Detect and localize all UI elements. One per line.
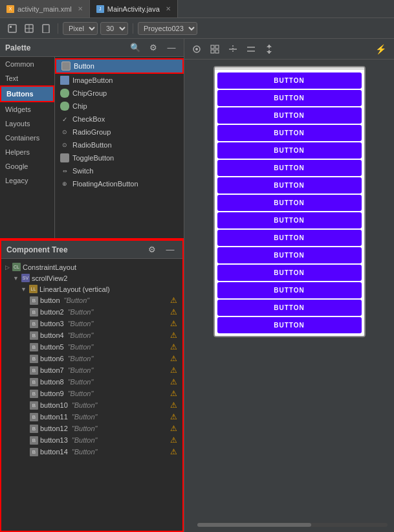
- tree-item-btn3[interactable]: B button3 "Button" ⚠: [1, 318, 182, 329]
- palette-item-fab[interactable]: ⊕ FloatingActionButton: [55, 177, 184, 190]
- tree-item-btn2[interactable]: B button2 "Button" ⚠: [1, 306, 182, 318]
- java-icon: J: [96, 5, 104, 13]
- tree-item-btn13[interactable]: B button13 "Button" ⚠: [1, 434, 182, 446]
- design-mode-btn[interactable]: [5, 21, 19, 36]
- palette-cat-widgets[interactable]: Widgets: [0, 102, 54, 116]
- ui-btn-3[interactable]: BUTTON: [217, 107, 362, 124]
- ui-btn-7[interactable]: BUTTON: [217, 177, 362, 194]
- expand-icon-constraint: ▷: [5, 264, 10, 271]
- tab-xml[interactable]: X activity_main.xml ✕: [0, 0, 90, 17]
- ui-btn-4[interactable]: BUTTON: [217, 125, 362, 141]
- tree-item-constraintlayout[interactable]: ▷ CL ConstraintLayout: [1, 261, 182, 272]
- ui-btn-1[interactable]: BUTTON: [217, 72, 362, 89]
- toolbar-divider-2: [133, 23, 133, 34]
- tree-minimize-btn[interactable]: —: [163, 243, 177, 257]
- palette-cat-legacy[interactable]: Legacy: [0, 173, 54, 188]
- ui-btn-14[interactable]: BUTTON: [217, 300, 362, 316]
- linearlayout-icon: LL: [29, 285, 38, 293]
- palette-cat-containers[interactable]: Containers: [0, 131, 54, 145]
- btn2-name: button2: [40, 308, 64, 316]
- palette-search-btn[interactable]: 🔍: [128, 41, 142, 55]
- palette-cat-buttons[interactable]: Buttons: [0, 85, 54, 102]
- palette-minimize-btn[interactable]: —: [164, 41, 179, 55]
- palette-item-imagebutton[interactable]: ImageButton: [55, 74, 184, 87]
- tree-item-btn6[interactable]: B button6 "Button" ⚠: [1, 353, 182, 364]
- design-align-btn[interactable]: [244, 42, 258, 56]
- xml-icon: X: [6, 5, 14, 13]
- btn14-warning: ⚠: [170, 447, 177, 456]
- palette-title: Palette: [5, 43, 30, 52]
- svg-point-7: [195, 48, 198, 50]
- svg-rect-0: [8, 25, 16, 32]
- tab-java-close[interactable]: ✕: [166, 5, 171, 12]
- tree-item-btn12[interactable]: B button12 "Button" ⚠: [1, 423, 182, 434]
- tree-item-btn7[interactable]: B button7 "Button" ⚠: [1, 364, 182, 376]
- palette-item-togglebutton[interactable]: ToggleButton: [55, 151, 184, 164]
- palette-cat-common[interactable]: Common: [0, 57, 54, 71]
- design-guidelines-btn[interactable]: [262, 42, 276, 56]
- ui-btn-6[interactable]: BUTTON: [217, 160, 362, 176]
- tree-item-scrollview[interactable]: ▼ SV scrollView2: [1, 272, 182, 283]
- palette-item-chipgroup[interactable]: ChipGroup: [55, 87, 184, 100]
- tree-item-btn11[interactable]: B button11 "Button" ⚠: [1, 411, 182, 423]
- ui-btn-10[interactable]: BUTTON: [217, 230, 362, 246]
- svg-rect-8: [211, 45, 214, 49]
- tree-item-linearlayout[interactable]: ▼ LL LinearLayout (vertical): [1, 283, 182, 294]
- btn12-name: button12: [40, 425, 68, 432]
- design-canvas: ⚡ BUTTON BUTTON BUTTON BUTTON BUTTON BUT…: [184, 60, 394, 532]
- btn3-warning: ⚠: [170, 319, 177, 328]
- palette-item-checkbox[interactable]: ✓ CheckBox: [55, 113, 184, 126]
- palette-item-button-label: Button: [74, 62, 94, 70]
- palette-item-fab-label: FloatingActionButton: [72, 180, 138, 188]
- tree-item-btn1[interactable]: B button "Button" ⚠: [1, 294, 182, 306]
- tab-java[interactable]: J MainActivity.java ✕: [90, 0, 178, 17]
- palette-item-switch[interactable]: ⇔ Switch: [55, 164, 184, 177]
- btn3-icon: B: [30, 320, 38, 328]
- design-snap-btn[interactable]: [226, 42, 240, 56]
- palette-cat-google[interactable]: Google: [0, 159, 54, 173]
- blueprint-mode-btn[interactable]: [22, 21, 36, 36]
- device-select[interactable]: Pixel: [63, 22, 98, 35]
- btn14-id: "Button": [72, 448, 98, 456]
- ui-btn-13[interactable]: BUTTON: [217, 282, 362, 298]
- palette-item-chip[interactable]: Chip: [55, 100, 184, 113]
- btn9-id: "Button": [68, 390, 94, 397]
- btn8-id: "Button": [68, 378, 94, 386]
- palette-item-radiogroup[interactable]: ⊙ RadioGroup: [55, 126, 184, 139]
- palette-cat-layouts[interactable]: Layouts: [0, 116, 54, 131]
- tree-item-btn8[interactable]: B button8 "Button" ⚠: [1, 376, 182, 388]
- ui-btn-15[interactable]: BUTTON: [217, 317, 362, 333]
- tree-item-btn4[interactable]: B button4 "Button" ⚠: [1, 329, 182, 341]
- ui-btn-12[interactable]: BUTTON: [217, 265, 362, 281]
- tree-item-btn9[interactable]: B button9 "Button" ⚠: [1, 388, 182, 399]
- design-view-btn[interactable]: [190, 42, 204, 56]
- design-grid-btn[interactable]: [208, 42, 222, 56]
- palette-settings-btn[interactable]: ⚙: [146, 41, 160, 55]
- tree-item-btn14[interactable]: B button14 "Button" ⚠: [1, 446, 182, 458]
- tree-item-btn10[interactable]: B button10 "Button" ⚠: [1, 399, 182, 411]
- tree-item-btn5[interactable]: B button5 "Button" ⚠: [1, 341, 182, 353]
- btn4-icon: B: [30, 331, 38, 340]
- orientation-btn[interactable]: [39, 21, 53, 36]
- ui-btn-2[interactable]: BUTTON: [217, 90, 362, 106]
- ui-btn-11[interactable]: BUTTON: [217, 247, 362, 263]
- tree-settings-btn[interactable]: ⚙: [145, 243, 159, 257]
- btn14-icon: B: [30, 448, 38, 456]
- ui-btn-9[interactable]: BUTTON: [217, 212, 362, 228]
- btn9-warning: ⚠: [170, 389, 177, 398]
- palette-item-button[interactable]: Button: [55, 58, 184, 74]
- palette-item-radiobutton[interactable]: ⊙ RadioButton: [55, 139, 184, 151]
- ui-btn-5[interactable]: BUTTON: [217, 142, 362, 159]
- scrollview-name: scrollView2: [32, 274, 67, 282]
- togglebutton-palette-icon: [60, 153, 69, 162]
- btn6-warning: ⚠: [170, 354, 177, 363]
- horizontal-scrollbar[interactable]: [197, 523, 388, 527]
- palette-cat-text[interactable]: Text: [0, 71, 54, 85]
- component-tree-section: Component Tree ⚙ — ▷ CL ConstraintLayout…: [0, 239, 184, 532]
- ui-btn-8[interactable]: BUTTON: [217, 195, 362, 211]
- palette-cat-helpers[interactable]: Helpers: [0, 145, 54, 159]
- tab-xml-close[interactable]: ✕: [78, 5, 83, 12]
- api-select[interactable]: 30: [100, 22, 128, 35]
- btn13-id: "Button": [72, 436, 98, 444]
- project-select[interactable]: Proyecto023: [138, 22, 197, 35]
